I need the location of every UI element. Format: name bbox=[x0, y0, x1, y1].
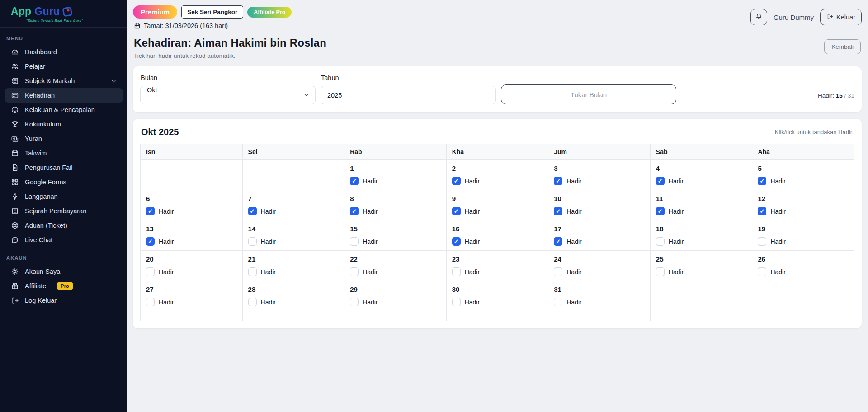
attendance-count-label: Hadir: bbox=[818, 92, 836, 99]
sidebar-item-affiliate[interactable]: AffiliatePro bbox=[5, 279, 123, 293]
hadir-toggle-day-21[interactable]: Hadir bbox=[248, 267, 339, 276]
hadir-toggle-day-5[interactable]: ✓Hadir bbox=[758, 177, 849, 185]
checkbox-unchecked[interactable] bbox=[248, 237, 257, 246]
calendar-day-cell: 3✓Hadir bbox=[548, 160, 651, 190]
year-input[interactable] bbox=[321, 86, 496, 104]
checkbox-checked[interactable]: ✓ bbox=[758, 207, 766, 215]
calendar-empty-cell bbox=[242, 160, 344, 190]
checkbox-checked[interactable]: ✓ bbox=[554, 237, 562, 246]
sidebar-item-pelajar[interactable]: Pelajar bbox=[5, 59, 123, 74]
hadir-label: Hadir bbox=[261, 299, 276, 306]
sidebar-item-sejarah-pembayaran[interactable]: Sejarah Pembayaran bbox=[5, 204, 123, 218]
hadir-toggle-day-19[interactable]: Hadir bbox=[758, 237, 849, 246]
hadir-toggle-day-4[interactable]: ✓Hadir bbox=[656, 177, 747, 185]
hadir-toggle-day-11[interactable]: ✓Hadir bbox=[656, 207, 747, 215]
checkbox-checked[interactable]: ✓ bbox=[146, 237, 155, 246]
hadir-toggle-day-8[interactable]: ✓Hadir bbox=[350, 207, 441, 215]
checkbox-unchecked[interactable] bbox=[452, 298, 461, 306]
checkbox-checked[interactable]: ✓ bbox=[554, 207, 562, 215]
checkbox-unchecked[interactable] bbox=[146, 267, 155, 276]
checkbox-checked[interactable]: ✓ bbox=[656, 177, 665, 185]
hadir-toggle-day-22[interactable]: Hadir bbox=[350, 267, 441, 276]
month-select[interactable]: Okt bbox=[140, 86, 316, 104]
sidebar-item-aduan-ticket[interactable]: Aduan (Ticket) bbox=[5, 218, 123, 233]
checkbox-unchecked[interactable] bbox=[452, 267, 461, 276]
checkbox-checked[interactable]: ✓ bbox=[758, 177, 766, 185]
sidebar-item-langganan[interactable]: Langganan bbox=[5, 189, 123, 204]
checkbox-checked[interactable]: ✓ bbox=[452, 207, 461, 215]
checkbox-unchecked[interactable] bbox=[554, 298, 562, 306]
calendar-day-cell: 19Hadir bbox=[752, 220, 854, 251]
checkbox-unchecked[interactable] bbox=[350, 237, 359, 246]
day-number: 24 bbox=[554, 255, 645, 263]
hadir-toggle-day-16[interactable]: ✓Hadir bbox=[452, 237, 543, 246]
notifications-button[interactable] bbox=[750, 9, 767, 25]
calendar-week-row: 6✓Hadir7✓Hadir8✓Hadir9✓Hadir10✓Hadir11✓H… bbox=[141, 190, 854, 220]
hadir-toggle-day-20[interactable]: Hadir bbox=[146, 267, 237, 276]
hadir-toggle-day-14[interactable]: Hadir bbox=[248, 237, 339, 246]
checkbox-unchecked[interactable] bbox=[656, 267, 665, 276]
hadir-toggle-day-12[interactable]: ✓Hadir bbox=[758, 207, 849, 215]
checkbox-unchecked[interactable] bbox=[656, 237, 665, 246]
hadir-toggle-day-13[interactable]: ✓Hadir bbox=[146, 237, 237, 246]
checkbox-unchecked[interactable] bbox=[350, 298, 359, 306]
day-number: 16 bbox=[452, 225, 543, 233]
sidebar-item-kelakuan-pencapaian[interactable]: Kelakuan & Pencapaian bbox=[5, 103, 123, 117]
hadir-toggle-day-2[interactable]: ✓Hadir bbox=[452, 177, 543, 185]
hadir-toggle-day-29[interactable]: Hadir bbox=[350, 298, 441, 306]
checkbox-unchecked[interactable] bbox=[248, 267, 257, 276]
hadir-toggle-day-1[interactable]: ✓Hadir bbox=[350, 177, 441, 185]
checkbox-unchecked[interactable] bbox=[758, 267, 766, 276]
checkbox-checked[interactable]: ✓ bbox=[452, 237, 461, 246]
logo-text-app: App bbox=[11, 5, 31, 18]
checkbox-unchecked[interactable] bbox=[758, 237, 766, 246]
back-button[interactable]: Kembali bbox=[824, 39, 861, 54]
sidebar-item-yuran[interactable]: Yuran bbox=[5, 131, 123, 146]
sidebar-item-subjek-markah[interactable]: Subjek & Markah bbox=[5, 74, 123, 88]
day-header-kha: Kha bbox=[446, 144, 548, 160]
hadir-toggle-day-24[interactable]: Hadir bbox=[554, 267, 645, 276]
sidebar-item-takwim[interactable]: Takwim bbox=[5, 146, 123, 160]
day-number: 3 bbox=[554, 164, 645, 172]
checkbox-checked[interactable]: ✓ bbox=[248, 207, 257, 215]
checkbox-unchecked[interactable] bbox=[146, 298, 155, 306]
hadir-toggle-day-23[interactable]: Hadir bbox=[452, 267, 543, 276]
hadir-toggle-day-9[interactable]: ✓Hadir bbox=[452, 207, 543, 215]
sidebar-item-dashboard[interactable]: Dashboard bbox=[5, 45, 123, 59]
checkbox-unchecked[interactable] bbox=[248, 298, 257, 306]
calendar-day-cell: 16✓Hadir bbox=[446, 220, 548, 251]
sidebar-item-akaun-saya[interactable]: Akaun Saya bbox=[5, 264, 123, 279]
sidebar-item-pengurusan-fail[interactable]: Pengurusan Fail bbox=[5, 160, 123, 175]
hadir-toggle-day-17[interactable]: ✓Hadir bbox=[554, 237, 645, 246]
logout-button[interactable]: Keluar bbox=[820, 9, 862, 25]
hadir-toggle-day-15[interactable]: Hadir bbox=[350, 237, 441, 246]
change-month-button[interactable]: Tukar Bulan bbox=[501, 84, 676, 104]
checkbox-checked[interactable]: ✓ bbox=[350, 207, 359, 215]
hadir-toggle-day-3[interactable]: ✓Hadir bbox=[554, 177, 645, 185]
checkbox-unchecked[interactable] bbox=[554, 267, 562, 276]
checkbox-checked[interactable]: ✓ bbox=[656, 207, 665, 215]
hadir-toggle-day-10[interactable]: ✓Hadir bbox=[554, 207, 645, 215]
sidebar-item-kehadiran[interactable]: Kehadiran bbox=[5, 88, 123, 103]
sidebar-item-google-forms[interactable]: Google Forms bbox=[5, 175, 123, 189]
checkbox-checked[interactable]: ✓ bbox=[554, 177, 562, 185]
hadir-toggle-day-27[interactable]: Hadir bbox=[146, 298, 237, 306]
day-number: 10 bbox=[554, 195, 645, 202]
sidebar-item-live-chat[interactable]: Live Chat bbox=[5, 233, 123, 247]
hadir-toggle-day-31[interactable]: Hadir bbox=[554, 298, 645, 306]
checkbox-checked[interactable]: ✓ bbox=[146, 207, 155, 215]
hadir-toggle-day-26[interactable]: Hadir bbox=[758, 267, 849, 276]
hadir-toggle-day-6[interactable]: ✓Hadir bbox=[146, 207, 237, 215]
sidebar-item-log-keluar[interactable]: Log Keluar bbox=[5, 293, 123, 308]
hadir-toggle-day-28[interactable]: Hadir bbox=[248, 298, 339, 306]
day-number: 12 bbox=[758, 195, 849, 202]
sidebar-item-kokurikulum[interactable]: Kokurikulum bbox=[5, 117, 123, 131]
sidebar-item-label: Akaun Saya bbox=[25, 268, 60, 275]
hadir-toggle-day-25[interactable]: Hadir bbox=[656, 267, 747, 276]
hadir-toggle-day-7[interactable]: ✓Hadir bbox=[248, 207, 339, 215]
checkbox-checked[interactable]: ✓ bbox=[452, 177, 461, 185]
checkbox-checked[interactable]: ✓ bbox=[350, 177, 359, 185]
hadir-toggle-day-18[interactable]: Hadir bbox=[656, 237, 747, 246]
checkbox-unchecked[interactable] bbox=[350, 267, 359, 276]
hadir-toggle-day-30[interactable]: Hadir bbox=[452, 298, 543, 306]
